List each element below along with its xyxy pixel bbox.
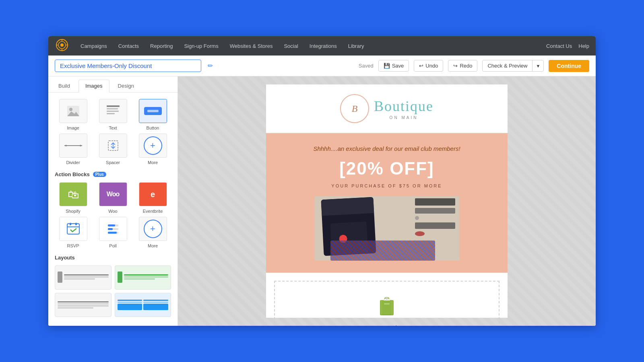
- nav-contact-us[interactable]: Contact Us: [546, 43, 572, 49]
- image-block-icon: [59, 99, 87, 123]
- top-nav: Campaigns Contacts Reporting Sign-up For…: [48, 36, 596, 56]
- check-preview-button[interactable]: Check & Preview ▼: [482, 60, 544, 72]
- svg-point-18: [65, 145, 67, 146]
- svg-point-19: [80, 145, 81, 146]
- tab-build[interactable]: Build: [52, 80, 77, 92]
- nav-item-signup-forms[interactable]: Sign-up Forms: [179, 41, 223, 51]
- toolbar: ✏ Saved 💾 Save ↩ Undo ↪ Redo Check & Pre…: [48, 56, 596, 76]
- shopify-block-label: Shopify: [66, 209, 80, 214]
- boutique-brand: Boutique: [374, 98, 433, 115]
- promo-tagline: Shhhh....an exclusive deal for our email…: [282, 145, 491, 152]
- save-button[interactable]: 💾 Save: [378, 60, 409, 72]
- image-block-item[interactable]: Image: [55, 99, 91, 130]
- divider-block-label: Divider: [66, 160, 80, 165]
- undo-icon: ↩: [419, 63, 423, 69]
- button-block-label: Button: [147, 125, 159, 130]
- block-grid: Image Text: [55, 99, 171, 165]
- insert-product-label: Insert Product: [369, 325, 404, 326]
- clothing-collage: [314, 196, 459, 261]
- check-preview-caret[interactable]: ▼: [533, 61, 543, 71]
- svg-rect-28: [108, 224, 115, 226]
- more-block-icon: +: [139, 134, 167, 158]
- main-layout: Build Images Design: [48, 76, 596, 326]
- boutique-tagline: ON MAIN: [374, 115, 433, 120]
- shopify-block-icon: 🛍: [59, 182, 87, 206]
- promo-discount: [20% OFF]: [282, 158, 491, 179]
- action-blocks-title: Action Blocks: [55, 171, 90, 177]
- plus-badge: Plus: [93, 172, 106, 177]
- spacer-block-label: Spacer: [106, 160, 120, 165]
- svg-rect-16: [147, 110, 159, 112]
- woo-block-item[interactable]: Woo Woo: [95, 182, 131, 214]
- svg-rect-13: [107, 111, 119, 112]
- layouts-header: Layouts: [55, 255, 171, 261]
- redo-icon: ↪: [453, 63, 458, 69]
- divider-block-icon: [59, 134, 87, 158]
- poll-block-item[interactable]: Poll: [95, 217, 131, 248]
- more-block-label: More: [148, 160, 158, 165]
- nav-item-contacts[interactable]: Contacts: [114, 41, 144, 51]
- nav-help[interactable]: Help: [578, 43, 589, 49]
- svg-rect-26: [75, 223, 77, 225]
- more-action-block-item[interactable]: + More: [134, 217, 171, 248]
- button-block-icon: [139, 99, 167, 123]
- layout-thumb-4[interactable]: [115, 293, 171, 317]
- rsvp-block-item[interactable]: RSVP: [55, 217, 91, 248]
- tab-images[interactable]: Images: [78, 80, 109, 93]
- more-action-block-label: More: [148, 243, 158, 248]
- poll-block-label: Poll: [109, 243, 116, 248]
- edit-icon[interactable]: ✏: [208, 62, 213, 70]
- undo-button[interactable]: ↩ Undo: [414, 60, 443, 72]
- saved-status: Saved: [359, 63, 374, 69]
- save-icon: 💾: [384, 63, 390, 69]
- eventbrite-block-icon: e: [139, 182, 167, 206]
- svg-rect-23: [67, 224, 79, 234]
- continue-button[interactable]: Continue: [549, 60, 589, 72]
- promo-condition: YOUR PURCHASE OF $75 OR MORE: [282, 183, 491, 188]
- check-preview-label[interactable]: Check & Preview: [483, 60, 533, 71]
- tab-design[interactable]: Design: [111, 80, 141, 92]
- text-block-item[interactable]: Text: [95, 99, 131, 130]
- shopify-bag-icon: [377, 294, 397, 320]
- svg-rect-30: [108, 228, 113, 230]
- shopify-block-item[interactable]: 🛍 Shopify: [55, 182, 91, 214]
- svg-rect-25: [70, 223, 71, 225]
- svg-rect-38: [381, 300, 393, 315]
- more-block-item[interactable]: + More: [134, 134, 171, 165]
- svg-rect-32: [108, 232, 117, 234]
- svg-point-37: [386, 297, 388, 300]
- nav-item-websites-stores[interactable]: Websites & Stores: [225, 41, 278, 51]
- nav-item-social[interactable]: Social: [279, 41, 303, 51]
- layout-thumb-3[interactable]: [55, 293, 111, 317]
- layouts-grid: [55, 265, 171, 317]
- nav-right: Contact Us Help: [546, 43, 589, 49]
- boutique-logo: B Boutique ON MAIN: [276, 94, 498, 123]
- campaign-title-input[interactable]: [55, 60, 201, 72]
- nav-item-integrations[interactable]: Integrations: [305, 41, 342, 51]
- nav-item-reporting[interactable]: Reporting: [145, 41, 178, 51]
- layout-thumb-1[interactable]: [55, 265, 111, 290]
- nav-items: Campaigns Contacts Reporting Sign-up For…: [76, 41, 546, 51]
- button-block-item[interactable]: Button: [134, 99, 171, 130]
- nav-item-library[interactable]: Library: [343, 41, 369, 51]
- text-block-label: Text: [109, 125, 117, 130]
- svg-rect-12: [107, 108, 118, 109]
- redo-button[interactable]: ↪ Redo: [448, 60, 477, 72]
- insert-product-section[interactable]: Insert Product: [274, 281, 500, 326]
- image-block-label: Image: [67, 125, 79, 130]
- layout-thumb-2[interactable]: [115, 265, 171, 290]
- svg-rect-14: [107, 113, 115, 114]
- eventbrite-block-item[interactable]: e Eventbrite: [134, 182, 171, 214]
- email-canvas: B Boutique ON MAIN Shhhh....an exclusive…: [266, 84, 508, 318]
- promo-image: [314, 196, 459, 261]
- svg-point-3: [60, 43, 64, 47]
- logo-circle: B: [340, 94, 369, 123]
- nav-item-campaigns[interactable]: Campaigns: [76, 41, 112, 51]
- text-block-icon: [99, 99, 127, 123]
- poll-block-icon: [99, 217, 127, 241]
- app-logo[interactable]: [55, 38, 76, 54]
- spacer-block-item[interactable]: Spacer: [95, 134, 131, 165]
- sidebar-tabs: Build Images Design: [48, 76, 178, 93]
- divider-block-item[interactable]: Divider: [55, 134, 91, 165]
- svg-text:🛍: 🛍: [68, 188, 79, 201]
